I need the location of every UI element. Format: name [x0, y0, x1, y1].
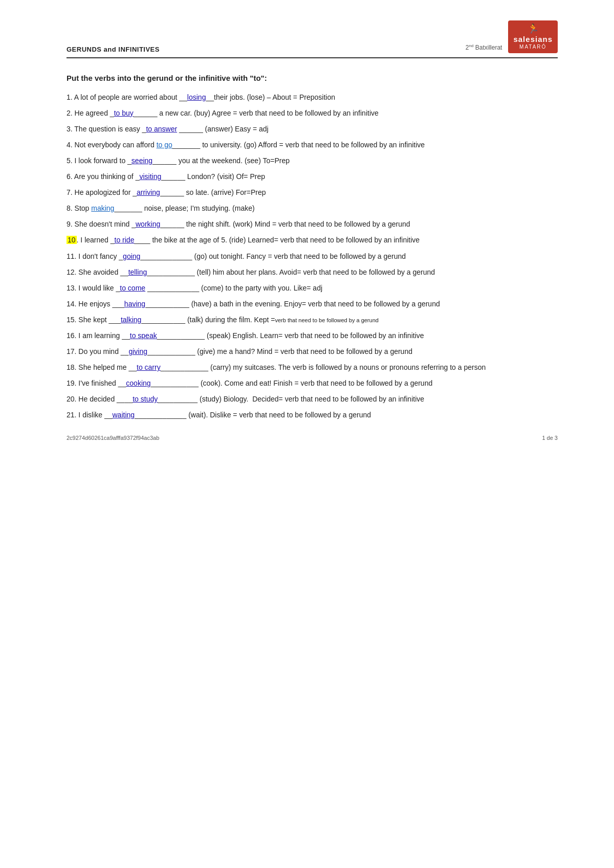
list-item: 19. I've finished __cooking____________ …	[67, 377, 558, 389]
batxillerat-text: 2nd Batxillerat	[466, 43, 502, 53]
logo-brand: salesians	[513, 35, 553, 44]
list-item: 11. I don't fancy _going_____________ (g…	[67, 251, 558, 262]
instructions: Put the verbs into the gerund or the inf…	[67, 74, 558, 82]
list-item: 6. Are you thinking of _visiting______ L…	[67, 171, 558, 183]
logo-city: MATARÓ	[513, 44, 553, 50]
header: GERUNDS and INFINITIVES 2nd Batxillerat …	[67, 20, 558, 58]
logo-box: 🏃 salesians MATARÓ	[508, 20, 558, 53]
list-item: 13. I would like _to come _____________ …	[67, 282, 558, 294]
list-item: 7. He apologized for _arriving______ so …	[67, 187, 558, 198]
list-item: 18. She helped me __to carry____________…	[67, 362, 558, 373]
list-item: 10. I learned _to ride____ the bike at t…	[67, 234, 558, 246]
doc-id: 2c9274d60261ca9afffa9372f94ac3ab	[67, 435, 159, 441]
list-item: 8. Stop making_______ noise, please; I'm…	[67, 203, 558, 214]
list-item: 4. Not everybody can afford to go_______…	[67, 139, 558, 151]
list-item: 12. She avoided __telling____________ (t…	[67, 266, 558, 278]
list-item: 14. He enjoys ___having___________ (have…	[67, 298, 558, 310]
header-title: GERUNDS and INFINITIVES	[67, 46, 160, 53]
footer: 2c9274d60261ca9afffa9372f94ac3ab 1 de 3	[67, 435, 558, 441]
list-item: 3. The question is easy _to answer _____…	[67, 123, 558, 135]
list-item: 9. She doesn't mind _working______ the n…	[67, 218, 558, 230]
exercise-list: 1. A lot of people are worried about __l…	[67, 92, 558, 421]
list-item: 17. Do you mind __giving____________ (gi…	[67, 346, 558, 358]
header-right: 2nd Batxillerat 🏃 salesians MATARÓ	[466, 20, 558, 53]
list-item: 5. I look forward to _seeing______ you a…	[67, 155, 558, 167]
list-item: 21. I dislike __waiting_____________ (wa…	[67, 409, 558, 421]
list-item: 2. He agreed _to buy______ a new car. (b…	[67, 107, 558, 119]
list-item: 15. She kept ___talking___________ (talk…	[67, 314, 558, 326]
list-item: 20. He decided ____to study__________ (s…	[67, 393, 558, 405]
list-item: 16. I am learning __to speak____________…	[67, 330, 558, 342]
page-number: 1 de 3	[542, 435, 558, 441]
salesians-icon: 🏃	[513, 24, 553, 35]
list-item: 1. A lot of people are worried about __l…	[67, 92, 558, 103]
